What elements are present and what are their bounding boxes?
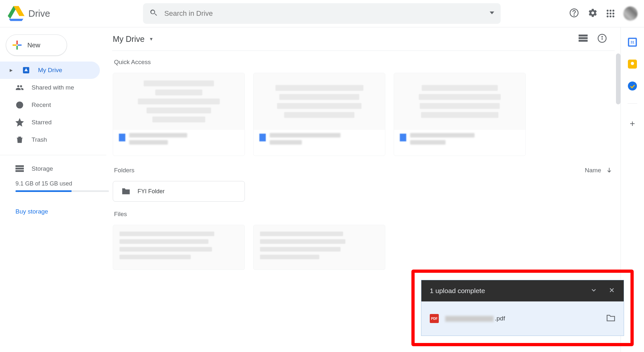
- calendar-app-icon[interactable]: [628, 38, 637, 47]
- sidebar-item-trash[interactable]: Trash: [0, 131, 100, 148]
- file-card[interactable]: [253, 225, 385, 270]
- new-button[interactable]: New: [6, 34, 67, 56]
- expand-caret-icon[interactable]: ▶: [10, 68, 14, 72]
- svg-rect-4: [15, 168, 24, 169]
- svg-rect-7: [579, 37, 588, 39]
- caret-down-icon: ▼: [149, 36, 154, 42]
- sidebar-item-recent[interactable]: Recent: [0, 96, 100, 114]
- plus-icon: [13, 41, 22, 50]
- storage-icon: [15, 165, 24, 172]
- trash-icon: [15, 136, 24, 144]
- app-name: Drive: [28, 8, 50, 19]
- sidebar: New ▶ My Drive Shared with me Recent Sta…: [0, 27, 106, 352]
- quick-access-card[interactable]: [253, 73, 385, 156]
- sidebar-item-label: Trash: [32, 136, 47, 143]
- breadcrumb-label: My Drive: [113, 34, 145, 44]
- close-toast-icon[interactable]: [608, 287, 615, 295]
- drive-doc-icon: [22, 66, 30, 74]
- upload-file-row[interactable]: PDF .pdf: [421, 301, 624, 336]
- list-view-icon[interactable]: [579, 34, 588, 43]
- people-icon: [15, 83, 24, 92]
- docs-icon: [259, 134, 266, 141]
- search-options-icon[interactable]: [490, 11, 494, 16]
- sidebar-item-label: Shared with me: [32, 84, 74, 91]
- buy-storage-link[interactable]: Buy storage: [15, 208, 97, 215]
- file-card[interactable]: [113, 225, 245, 270]
- sidebar-item-label: My Drive: [38, 67, 62, 74]
- sidebar-divider: [0, 155, 106, 155]
- sidebar-item-starred[interactable]: Starred: [0, 114, 100, 131]
- upload-toast: 1 upload complete PDF .pdf: [421, 280, 624, 336]
- sidebar-item-label: Recent: [32, 101, 51, 109]
- svg-rect-3: [15, 165, 24, 167]
- sidebar-item-storage[interactable]: Storage: [15, 162, 97, 176]
- scrollbar-thumb[interactable]: [616, 53, 620, 104]
- annotation-highlight: 1 upload complete PDF .pdf: [411, 270, 634, 346]
- docs-icon: [119, 134, 125, 141]
- breadcrumb[interactable]: My Drive ▼: [113, 34, 153, 44]
- sidepanel-divider: [628, 103, 637, 104]
- doc-thumbnail: [394, 73, 525, 130]
- folder-icon: [121, 187, 130, 195]
- svg-rect-6: [579, 34, 588, 36]
- doc-thumbnail: [254, 73, 385, 130]
- uploaded-filename: .pdf: [445, 315, 505, 322]
- add-addon-icon[interactable]: +: [630, 119, 635, 129]
- folder-card[interactable]: FYI Folder: [113, 181, 245, 202]
- storage-progress-bar: [15, 190, 109, 192]
- quick-access-heading: Quick Access: [114, 59, 613, 66]
- storage-usage-text: 9.1 GB of 15 GB used: [15, 180, 97, 187]
- quick-access-card[interactable]: [394, 73, 526, 156]
- doc-thumbnail: [113, 73, 245, 130]
- sidebar-item-shared[interactable]: Shared with me: [0, 79, 100, 96]
- keep-app-icon[interactable]: [628, 60, 637, 69]
- app-header: Drive: [0, 0, 644, 27]
- search-bar[interactable]: [143, 3, 501, 24]
- logo-area[interactable]: Drive: [8, 6, 104, 21]
- sort-label: Name: [585, 167, 601, 174]
- files-heading: Files: [114, 211, 613, 218]
- search-icon: [149, 9, 158, 18]
- drive-logo-icon: [8, 6, 24, 21]
- sidebar-item-label: Starred: [32, 119, 52, 126]
- search-input[interactable]: [164, 9, 490, 18]
- tasks-app-icon[interactable]: [628, 81, 637, 90]
- info-icon[interactable]: [597, 33, 607, 44]
- folders-heading: Folders: [114, 167, 134, 174]
- svg-point-1: [574, 15, 574, 15]
- svg-rect-5: [15, 170, 24, 172]
- account-avatar[interactable]: [623, 6, 638, 21]
- folder-name: FYI Folder: [138, 188, 165, 195]
- docs-icon: [400, 134, 406, 141]
- collapse-toast-icon[interactable]: [590, 287, 597, 295]
- google-apps-icon[interactable]: [607, 10, 614, 17]
- help-icon[interactable]: [569, 8, 579, 19]
- quick-access-card[interactable]: [113, 73, 245, 156]
- clock-icon: [15, 101, 24, 109]
- star-icon: [15, 118, 24, 127]
- settings-gear-icon[interactable]: [588, 8, 598, 19]
- new-button-label: New: [27, 42, 40, 49]
- upload-toast-title: 1 upload complete: [430, 287, 485, 295]
- arrow-down-icon: [606, 167, 613, 174]
- storage-label: Storage: [32, 165, 53, 172]
- pdf-icon: PDF: [430, 314, 439, 323]
- sidebar-item-my-drive[interactable]: ▶ My Drive: [0, 62, 100, 79]
- sort-toggle[interactable]: Name: [585, 167, 613, 174]
- svg-rect-8: [579, 40, 588, 42]
- svg-point-11: [602, 36, 602, 37]
- open-folder-icon[interactable]: [606, 314, 615, 323]
